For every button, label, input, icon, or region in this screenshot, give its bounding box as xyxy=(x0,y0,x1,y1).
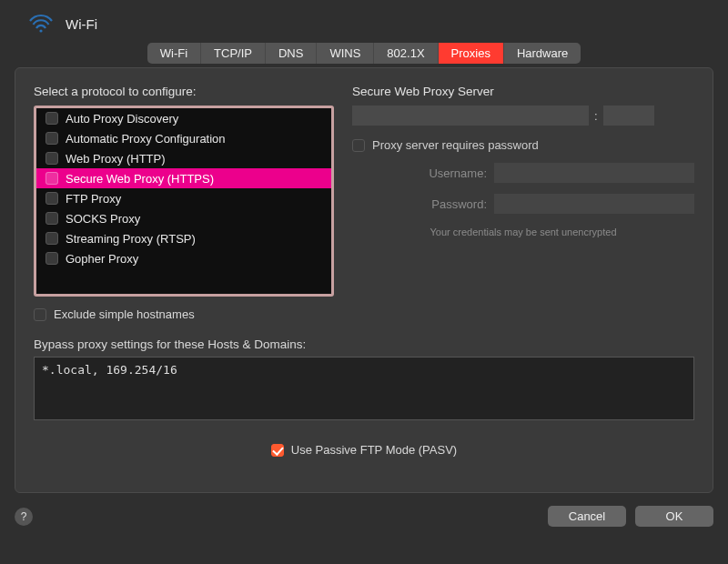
pasv-checkbox[interactable] xyxy=(271,444,284,457)
list-item[interactable]: Secure Web Proxy (HTTPS) xyxy=(36,168,331,188)
tab-bar: Wi-Fi TCP/IP DNS WINS 802.1X Proxies Har… xyxy=(15,43,713,64)
list-item-label: FTP Proxy xyxy=(66,192,121,206)
exclude-simple-checkbox[interactable] xyxy=(34,308,46,321)
checkbox-icon[interactable] xyxy=(46,232,58,245)
wifi-icon xyxy=(27,13,55,35)
ok-button[interactable]: OK xyxy=(635,506,713,527)
tab-hardware[interactable]: Hardware xyxy=(504,43,581,64)
username-input[interactable] xyxy=(494,163,694,183)
password-input[interactable] xyxy=(494,194,694,214)
list-item-label: Automatic Proxy Configuration xyxy=(66,132,226,146)
checkbox-icon[interactable] xyxy=(46,152,58,165)
list-item-label: Auto Proxy Discovery xyxy=(66,112,178,126)
protocol-list-label: Select a protocol to configure: xyxy=(34,85,334,98)
list-item-label: Streaming Proxy (RTSP) xyxy=(66,232,196,246)
tab-dns[interactable]: DNS xyxy=(266,43,317,64)
list-item[interactable]: Streaming Proxy (RTSP) xyxy=(36,228,331,248)
exclude-simple-label: Exclude simple hostnames xyxy=(54,307,195,321)
tab-8021x[interactable]: 802.1X xyxy=(374,43,438,64)
list-item-label: SOCKS Proxy xyxy=(66,212,140,226)
checkbox-icon[interactable] xyxy=(46,132,58,145)
help-button[interactable]: ? xyxy=(15,508,33,526)
credentials-note: Your credentials may be sent unencrypted xyxy=(352,227,694,237)
checkbox-icon[interactable] xyxy=(46,212,58,225)
list-item[interactable]: Automatic Proxy Configuration xyxy=(36,128,331,148)
list-item[interactable]: Web Proxy (HTTP) xyxy=(36,148,331,168)
list-item[interactable]: Gopher Proxy xyxy=(36,248,331,268)
proxy-port-input[interactable] xyxy=(603,106,654,126)
server-section-label: Secure Web Proxy Server xyxy=(352,85,694,98)
tab-proxies[interactable]: Proxies xyxy=(439,43,504,64)
cancel-button[interactable]: Cancel xyxy=(548,506,626,527)
bypass-label: Bypass proxy settings for these Hosts & … xyxy=(34,337,694,351)
page-title: Wi-Fi xyxy=(66,16,97,32)
svg-point-0 xyxy=(39,29,42,32)
username-label: Username: xyxy=(405,166,487,180)
list-item[interactable]: FTP Proxy xyxy=(36,188,331,208)
list-item[interactable]: Auto Proxy Discovery xyxy=(36,108,331,128)
host-port-separator: : xyxy=(594,109,598,123)
list-item[interactable]: SOCKS Proxy xyxy=(36,208,331,228)
checkbox-icon[interactable] xyxy=(46,112,58,125)
requires-password-checkbox[interactable] xyxy=(352,139,365,152)
tab-tcpip[interactable]: TCP/IP xyxy=(201,43,266,64)
bypass-hosts-textarea[interactable] xyxy=(34,357,694,420)
requires-password-label: Proxy server requires password xyxy=(372,138,539,152)
proxies-panel: Select a protocol to configure: Auto Pro… xyxy=(15,67,713,493)
pasv-label: Use Passive FTP Mode (PASV) xyxy=(291,443,457,457)
list-item-label: Gopher Proxy xyxy=(66,252,138,266)
proxy-host-input[interactable] xyxy=(352,106,589,126)
password-label: Password: xyxy=(405,197,487,211)
tab-wifi[interactable]: Wi-Fi xyxy=(147,43,201,64)
protocol-listbox[interactable]: Auto Proxy Discovery Automatic Proxy Con… xyxy=(34,106,334,297)
checkbox-icon[interactable] xyxy=(46,252,58,265)
checkbox-icon[interactable] xyxy=(46,172,58,185)
checkbox-icon[interactable] xyxy=(46,192,58,205)
tab-wins[interactable]: WINS xyxy=(317,43,374,64)
list-item-label: Secure Web Proxy (HTTPS) xyxy=(66,172,214,186)
list-item-label: Web Proxy (HTTP) xyxy=(66,152,166,166)
